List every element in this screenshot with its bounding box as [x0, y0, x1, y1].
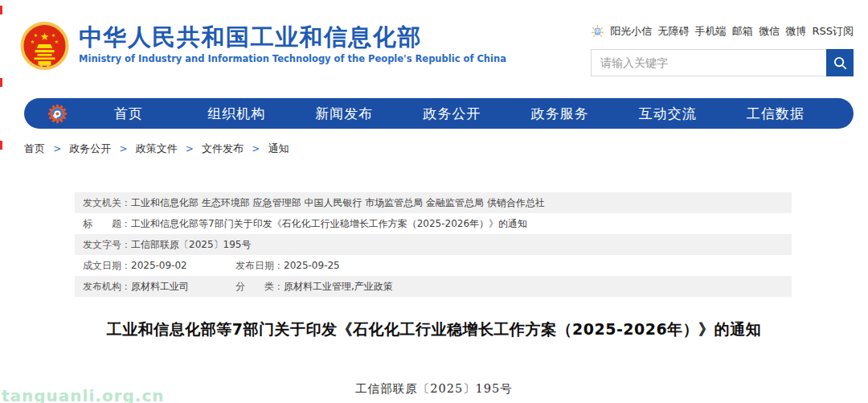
nav-item-news[interactable]: 新闻发布 — [290, 105, 398, 123]
quick-link-accessibility[interactable]: 无障碍 — [657, 24, 689, 39]
breadcrumb-separator: > — [186, 143, 194, 154]
meta-label: 标 题： — [83, 213, 131, 234]
breadcrumb-separator: > — [119, 143, 127, 154]
meta-label: 发布机构： — [83, 276, 131, 297]
site-title-block: 中华人民共和国工业和信息化部 Ministry of Industry and … — [79, 21, 506, 64]
left-edge-marker — [0, 78, 2, 87]
nav-item-home[interactable]: 首页 — [75, 105, 182, 123]
nav-item-gov-affairs-open[interactable]: 政务公开 — [398, 105, 506, 123]
page: ★ ★ ★ ★ ★ 中华人民共和国工业和信息化部 Ministry of Ind… — [0, 0, 868, 403]
header-right: 阳光小信 无障碍 手机端 邮箱 微信 微博 RSS订阅 — [591, 21, 854, 76]
watermark: tanguanli.org.cn — [2, 386, 165, 403]
meta-label: 发文机关： — [83, 192, 131, 213]
breadcrumb-notice[interactable]: 通知 — [268, 142, 289, 154]
quick-links: 阳光小信 无障碍 手机端 邮箱 微信 微博 RSS订阅 — [591, 24, 854, 39]
svg-text:★: ★ — [51, 32, 55, 38]
breadcrumb-policy-docs[interactable]: 政策文件 — [136, 142, 178, 154]
meta-row-dates: 成文日期： 2025-09-02 发布日期： 2025-09-25 — [75, 255, 792, 276]
meta-value: 工信部联原〔2025〕195号 — [131, 234, 251, 255]
meta-row-title: 标 题： 工业和信息化部等7部门关于印发《石化化工行业稳增长工作方案（2025-… — [75, 213, 792, 234]
search-button[interactable] — [826, 49, 854, 76]
search-input[interactable] — [591, 49, 826, 76]
main-nav: 首页 组织机构 新闻发布 政务公开 政务服务 互动交流 工信数据 — [24, 98, 854, 129]
breadcrumb-separator: > — [252, 143, 260, 154]
quick-link-weibo[interactable]: 微博 — [785, 24, 806, 39]
breadcrumb-home[interactable]: 首页 — [24, 142, 45, 154]
quick-link-wechat[interactable]: 微信 — [759, 24, 780, 39]
quick-link-rss[interactable]: RSS订阅 — [812, 24, 854, 39]
svg-text:★: ★ — [31, 39, 35, 44]
nav-item-interaction[interactable]: 互动交流 — [614, 105, 722, 123]
quick-link-sunshine[interactable]: 阳光小信 — [610, 24, 652, 39]
breadcrumb-doc-release[interactable]: 文件发布 — [202, 142, 244, 154]
nav-item-miit-data[interactable]: 工信数据 — [722, 105, 829, 123]
site-title-en: Ministry of Industry and Information Tec… — [79, 53, 506, 64]
meta-label: 发文字号： — [83, 234, 131, 255]
svg-text:★: ★ — [40, 31, 50, 43]
site-title-cn: 中华人民共和国工业和信息化部 — [79, 23, 506, 51]
meta-value: 2025-09-02 — [131, 255, 187, 276]
breadcrumb-separator: > — [53, 143, 61, 154]
meta-value: 原材料工业管理,产业政策 — [284, 276, 393, 297]
meta-label: 分 类： — [235, 276, 284, 297]
meta-row-publisher-category: 发布机构： 原材料工业司 分 类： 原材料工业管理,产业政策 — [75, 276, 792, 297]
meta-value: 工业和信息化部 生态环境部 应急管理部 中国人民银行 市场监管总局 金融监管总局… — [131, 192, 545, 213]
quick-link-mail[interactable]: 邮箱 — [732, 24, 753, 39]
document-meta-table: 发文机关： 工业和信息化部 生态环境部 应急管理部 中国人民银行 市场监管总局 … — [75, 192, 792, 297]
left-edge-marker — [0, 141, 2, 150]
meta-value: 工业和信息化部等7部门关于印发《石化化工行业稳增长工作方案（2025-2026年… — [131, 213, 527, 234]
quick-link-mobile[interactable]: 手机端 — [695, 24, 727, 39]
miit-gear-logo-icon — [47, 103, 68, 125]
meta-value: 原材料工业司 — [131, 276, 189, 297]
mascot-robot-icon — [591, 25, 604, 39]
search-icon — [833, 56, 848, 71]
nav-item-organization[interactable]: 组织机构 — [182, 105, 290, 123]
svg-text:★: ★ — [34, 32, 38, 38]
site-header: ★ ★ ★ ★ ★ 中华人民共和国工业和信息化部 Ministry of Ind… — [0, 0, 868, 76]
meta-row-doc-number: 发文字号： 工信部联原〔2025〕195号 — [75, 234, 792, 255]
article-title: 工业和信息化部等7部门关于印发《石化化工行业稳增长工作方案（2025-2026年… — [48, 319, 820, 340]
nav-item-gov-services[interactable]: 政务服务 — [506, 105, 614, 123]
meta-value: 2025-09-25 — [284, 255, 340, 276]
breadcrumb: 首页 > 政务公开 > 政策文件 > 文件发布 > 通知 — [24, 142, 868, 156]
breadcrumb-gov-open[interactable]: 政务公开 — [69, 142, 111, 154]
meta-label: 成文日期： — [83, 255, 131, 276]
search-bar — [591, 49, 854, 76]
national-emblem-icon: ★ ★ ★ ★ ★ — [18, 21, 72, 72]
left-edge-marker — [0, 6, 2, 14]
meta-label: 发布日期： — [235, 255, 284, 276]
meta-row-issuing-authority: 发文机关： 工业和信息化部 生态环境部 应急管理部 中国人民银行 市场监管总局 … — [75, 192, 792, 213]
svg-text:★: ★ — [55, 39, 59, 44]
